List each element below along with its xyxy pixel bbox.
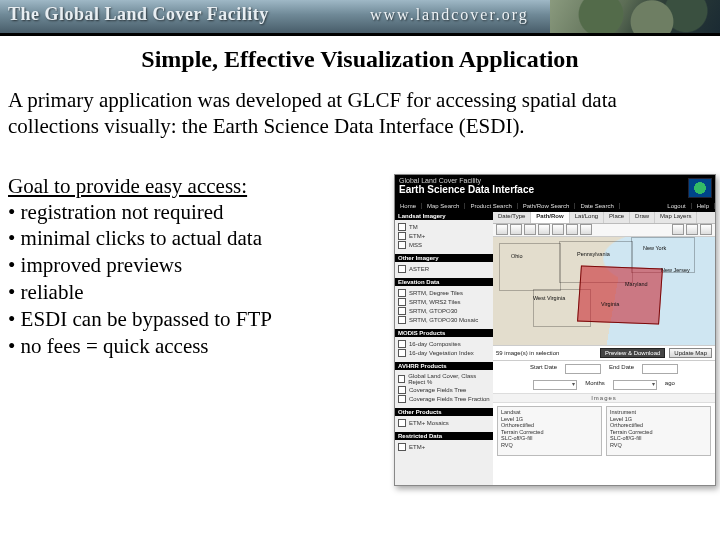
- tab: Draw: [630, 212, 655, 223]
- map-selection-icon: [577, 265, 663, 324]
- image-meta-box: Instrument Level 1G Orthorectified Terra…: [606, 406, 711, 456]
- range-select: [533, 380, 577, 390]
- side-item: SRTM, GTOPO30: [409, 308, 457, 314]
- side-item: SRTM, Degree Tiles: [409, 290, 463, 296]
- map-label: Maryland: [625, 281, 648, 287]
- goal-block: Goal to provide easy access: registratio…: [0, 174, 308, 486]
- checkbox-icon: [398, 265, 406, 273]
- bullet-item: ESDI can be bypassed to FTP: [8, 306, 308, 333]
- images-section-label: Images: [493, 393, 715, 403]
- esdi-screenshot: Global Land Cover Facility Earth Science…: [394, 174, 716, 486]
- side-item: 16-day Vegetation Index: [409, 350, 474, 356]
- slide-title: Simple, Effective Visualization Applicat…: [0, 46, 720, 73]
- side-item: ETM+: [409, 233, 425, 239]
- esdi-header-line1: Global Land Cover Facility: [399, 177, 711, 184]
- checkbox-icon: [398, 395, 406, 403]
- range-select: [613, 380, 657, 390]
- tool-icon: [566, 224, 578, 235]
- checkbox-icon: [398, 241, 406, 249]
- tool-icon: [538, 224, 550, 235]
- map-label: New Jersey: [661, 267, 690, 273]
- nav-item: Date Search: [575, 203, 619, 209]
- side-item: MSS: [409, 242, 422, 248]
- checkbox-icon: [398, 386, 406, 394]
- end-date-input: [642, 364, 678, 374]
- checkbox-icon: [398, 316, 406, 324]
- tab: Lat/Long: [570, 212, 604, 223]
- tab: Map Layers: [655, 212, 697, 223]
- banner-underline: [0, 33, 720, 36]
- nav-item: Product Search: [465, 203, 517, 209]
- side-item: ETM+ Mosaics: [409, 420, 449, 426]
- range-label: Months: [585, 380, 605, 390]
- bullet-item: no fees = quick access: [8, 333, 308, 360]
- checkbox-icon: [398, 223, 406, 231]
- date-form: Start Date End Date: [493, 361, 715, 377]
- banner-title: The Global Land Cover Facility: [8, 4, 269, 25]
- bullet-item: reliable: [8, 279, 308, 306]
- side-section-title: Restricted Data: [395, 432, 493, 440]
- glcf-logo-icon: [688, 178, 712, 198]
- map-label: West Virginia: [533, 295, 565, 301]
- range-form: Months ago: [493, 377, 715, 393]
- goal-bullets: registration not required minimal clicks…: [8, 199, 308, 360]
- esdi-toolbar: [493, 224, 715, 237]
- end-date-label: End Date: [609, 364, 634, 374]
- slide-intro: A primary application was developed at G…: [0, 87, 720, 140]
- tool-icon: [686, 224, 698, 235]
- tab: Date/Type: [493, 212, 531, 223]
- side-item: Global Land Cover, Class Reject %: [408, 373, 490, 385]
- goal-heading: Goal to provide easy access:: [8, 174, 308, 199]
- map-label: Pennsylvania: [577, 251, 610, 257]
- side-item: TM: [409, 224, 418, 230]
- tool-icon: [524, 224, 536, 235]
- side-section-title: Elevation Data: [395, 278, 493, 286]
- tool-icon: [700, 224, 712, 235]
- side-section-title: Other Imagery: [395, 254, 493, 262]
- start-date-input: [565, 364, 601, 374]
- esdi-header-line2: Earth Science Data Interface: [399, 184, 711, 195]
- side-item: Coverage Fields Tree: [409, 387, 466, 393]
- nav-item: Logout: [662, 203, 691, 209]
- nav-item: Help: [692, 203, 715, 209]
- banner-satellite-image: [550, 0, 720, 36]
- esdi-map: Ohio Pennsylvania New York West Virginia…: [493, 237, 715, 346]
- banner-url: www.landcover.org: [370, 6, 529, 24]
- tab: Place: [604, 212, 630, 223]
- checkbox-icon: [398, 232, 406, 240]
- range-label: ago: [665, 380, 675, 390]
- image-meta-box: Landsat Level 1G Orthorectified Terrain …: [497, 406, 602, 456]
- map-label: New York: [643, 245, 666, 251]
- selection-bar: 59 image(s) in selection Preview & Downl…: [493, 346, 715, 361]
- side-item: Coverage Fields Tree Fraction: [409, 396, 490, 402]
- update-map-button: Update Map: [669, 348, 712, 358]
- side-item: ASTER: [409, 266, 429, 272]
- nav-item: Map Search: [422, 203, 465, 209]
- esdi-tabs: Date/Type Path/Row Lat/Long Place Draw M…: [493, 212, 715, 224]
- nav-item: Home: [395, 203, 422, 209]
- bullet-item: minimal clicks to actual data: [8, 225, 308, 252]
- tool-icon: [510, 224, 522, 235]
- tool-icon: [496, 224, 508, 235]
- checkbox-icon: [398, 307, 406, 315]
- esdi-header: Global Land Cover Facility Earth Science…: [395, 175, 715, 201]
- map-label: Virginia: [601, 301, 619, 307]
- image-meta-boxes: Landsat Level 1G Orthorectified Terrain …: [493, 403, 715, 460]
- tab: Path/Row: [531, 212, 569, 223]
- tool-icon: [552, 224, 564, 235]
- side-item: 16-day Composites: [409, 341, 461, 347]
- map-label: Ohio: [511, 253, 523, 259]
- side-section-title: AVHRR Products: [395, 362, 493, 370]
- bullet-item: registration not required: [8, 199, 308, 226]
- side-section-title: Landsat Imagery: [395, 212, 493, 220]
- side-section-title: Other Products: [395, 408, 493, 416]
- banner: The Global Land Cover Facility www.landc…: [0, 0, 720, 36]
- nav-item: Path/Row Search: [518, 203, 576, 209]
- side-item: SRTM, GTOPO30 Mosaic: [409, 317, 478, 323]
- checkbox-icon: [398, 375, 405, 383]
- bullet-item: improved previews: [8, 252, 308, 279]
- checkbox-icon: [398, 289, 406, 297]
- tool-icon: [580, 224, 592, 235]
- tool-icon: [672, 224, 684, 235]
- preview-download-button: Preview & Download: [600, 348, 665, 358]
